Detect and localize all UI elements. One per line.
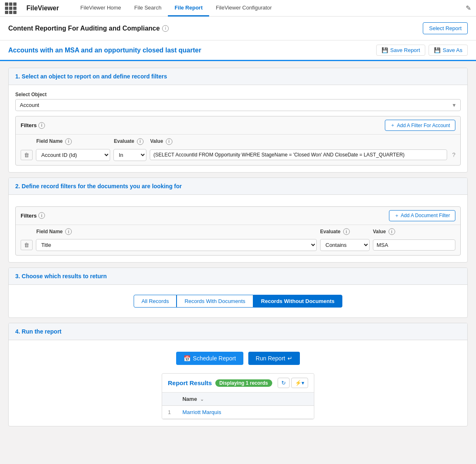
nav-fileviewer-home[interactable]: FileViewer Home (74, 0, 128, 17)
section2-value-col-label: Value i (373, 229, 395, 234)
records-without-documents-button[interactable]: Records Without Documents (253, 295, 342, 308)
section2-body: Filters i ＋ Add A Document Filter (9, 195, 467, 263)
filters-info-icon[interactable]: i (38, 122, 45, 129)
section2-filter-row: 🗑 Title Contains (16, 235, 460, 255)
section1-body: Select Object Account ▼ Filters i (9, 85, 467, 172)
section3-body: All Records Records With Documents Recor… (9, 285, 467, 317)
edit-icon[interactable]: ✎ (466, 4, 471, 12)
section2-filters-header: Filters i ＋ Add A Document Filter (16, 207, 460, 225)
results-title: Report Results (168, 379, 212, 386)
evaluate-info-icon[interactable]: i (137, 138, 144, 145)
section1-card: 1. Select an object to report on and def… (8, 68, 468, 173)
section1-header: 1. Select an object to report on and def… (9, 68, 467, 85)
section2-evaluate-col-label: Evaluate i (320, 229, 350, 234)
doc-evaluate-select[interactable]: Contains (320, 239, 370, 251)
plus-icon-2: ＋ (394, 212, 399, 219)
section1-filter-col-labels: Field Name i Evaluate i (16, 135, 460, 145)
help-icon[interactable]: ? (452, 152, 455, 158)
refresh-button[interactable]: ↻ (278, 378, 290, 388)
field-name-select[interactable]: Account ID (Id) (36, 149, 110, 161)
nav-file-search[interactable]: File Search (128, 0, 168, 17)
header-info-icon[interactable]: i (162, 25, 169, 32)
section4-header: 4. Run the report (9, 323, 467, 340)
table-num-header (162, 393, 177, 406)
table-row: 1 Marriott Marquis (162, 406, 314, 419)
plus-icon: ＋ (390, 122, 395, 129)
save-as-button[interactable]: 💾 Save As (429, 45, 468, 56)
row-name: Marriott Marquis (177, 406, 314, 419)
header-card: Content Reporting For Auditing and Compl… (0, 17, 476, 40)
app-grid-icon[interactable] (5, 2, 16, 14)
select-object-label: Select Object (15, 92, 461, 97)
results-card: Report Results Displaying 1 records ↻ ⚡▾ (162, 373, 314, 419)
save-as-icon: 💾 (434, 47, 441, 53)
results-actions: ↻ ⚡▾ (278, 378, 308, 388)
section1-filters-box: Filters i ＋ Add A Filter For Account (15, 116, 461, 166)
section2-header: 2. Define record filters for the documen… (9, 178, 467, 195)
table-name-header: Name ⌄ (177, 393, 314, 406)
select-object-wrapper: Account ▼ (15, 99, 461, 111)
results-header: Report Results Displaying 1 records ↻ ⚡▾ (162, 374, 314, 393)
run-report-button[interactable]: Run Report ↵ (248, 352, 300, 365)
add-filter-account-button[interactable]: ＋ Add A Filter For Account (385, 120, 455, 131)
run-area: 📅 Schedule Report Run Report ↵ (15, 347, 461, 370)
section4-body: 📅 Schedule Report Run Report ↵ Report Re… (9, 340, 467, 426)
schedule-report-button[interactable]: 📅 Schedule Report (176, 352, 243, 365)
records-with-documents-button[interactable]: Records With Documents (177, 295, 253, 308)
enter-icon: ↵ (287, 355, 292, 362)
section3-card: 3. Choose which results to return All Re… (8, 268, 468, 318)
sub-header: Accounts with an MSA and an opportunity … (0, 40, 476, 61)
section2-value-info-icon[interactable]: i (389, 228, 395, 235)
delete-filter-button[interactable]: 🗑 (21, 150, 33, 160)
save-icon: 💾 (382, 47, 388, 53)
section2-filters-info-icon[interactable]: i (38, 212, 45, 219)
nav-fileviewer-configurator[interactable]: FileViewer Configurator (209, 0, 278, 17)
calendar-icon: 📅 (184, 355, 191, 362)
section2-field-name-info-icon[interactable]: i (65, 228, 72, 235)
section2-evaluate-info-icon[interactable]: i (343, 228, 350, 235)
value-input[interactable] (150, 149, 447, 160)
section1-filters-header: Filters i ＋ Add A Filter For Account (16, 116, 460, 135)
evaluate-col-label: Evaluate i (114, 138, 144, 144)
select-object-dropdown[interactable]: Account (15, 99, 461, 111)
doc-field-name-select[interactable]: Title (36, 239, 317, 251)
section2-field-name-col-label: Field Name i (36, 229, 72, 234)
section1-filter-row: 🗑 Account ID (Id) In ? (16, 145, 460, 165)
section2-filters-label: Filters i (21, 212, 45, 219)
nav-links: FileViewer Home File Search File Report … (74, 0, 457, 17)
field-name-info-icon[interactable]: i (65, 138, 72, 145)
section1-filters-label: Filters i (21, 122, 45, 129)
doc-value-input[interactable] (373, 239, 455, 251)
value-col-label: Value i (150, 138, 172, 144)
delete-doc-filter-button[interactable]: 🗑 (21, 240, 33, 250)
results-area: Report Results Displaying 1 records ↻ ⚡▾ (15, 373, 461, 419)
table-header-row: Name ⌄ (162, 393, 314, 406)
section2-filters-box: Filters i ＋ Add A Document Filter (15, 206, 461, 256)
row-number: 1 (162, 406, 177, 419)
section3-header: 3. Choose which results to return (9, 268, 467, 285)
app-logo: FileViewer (26, 5, 59, 12)
evaluate-select[interactable]: In (113, 149, 146, 161)
row-name-link[interactable]: Marriott Marquis (182, 409, 221, 415)
page-title: Content Reporting For Auditing and Compl… (8, 25, 160, 32)
section2-filter-col-labels: Field Name i Evaluate i (16, 225, 460, 235)
all-records-button[interactable]: All Records (134, 295, 177, 308)
top-navigation: FileViewer FileViewer Home File Search F… (0, 0, 476, 17)
add-document-filter-button[interactable]: ＋ Add A Document Filter (389, 210, 455, 221)
value-info-icon[interactable]: i (166, 138, 172, 145)
sort-icon[interactable]: ⌄ (200, 397, 204, 402)
section4-card: 4. Run the report 📅 Schedule Report Run … (8, 323, 468, 426)
page-wrapper: Content Reporting For Auditing and Compl… (0, 17, 476, 464)
main-content: 1. Select an object to report on and def… (0, 61, 476, 433)
lightning-dropdown-button[interactable]: ⚡▾ (291, 378, 308, 388)
report-title: Accounts with an MSA and an opportunity … (8, 47, 201, 54)
section2-card: 2. Define record filters for the documen… (8, 178, 468, 263)
title-area: Content Reporting For Auditing and Compl… (8, 25, 169, 32)
results-toggle: All Records Records With Documents Recor… (15, 295, 461, 308)
save-report-button[interactable]: 💾 Save Report (376, 45, 425, 56)
field-name-col-label: Field Name i (36, 138, 72, 144)
select-report-button[interactable]: Select Report (423, 22, 468, 34)
results-table: Name ⌄ 1 Marriott Marquis (162, 393, 314, 419)
nav-file-report[interactable]: File Report (168, 0, 209, 17)
displaying-badge: Displaying 1 records (215, 379, 272, 387)
